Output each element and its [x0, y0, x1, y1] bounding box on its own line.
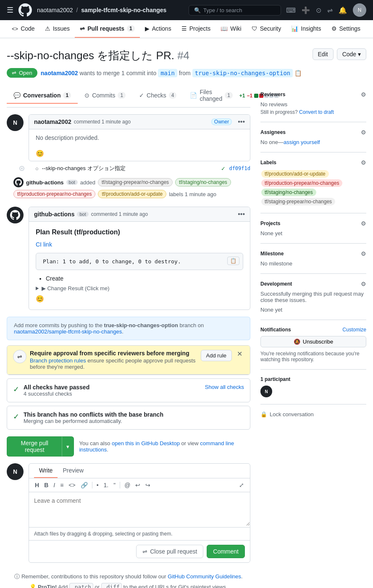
- close-approval-button[interactable]: ✕: [235, 350, 244, 358]
- bot-actions[interactable]: •••: [238, 210, 245, 218]
- add-rule-button[interactable]: Add rule: [201, 350, 232, 361]
- projects-empty: None yet: [260, 230, 366, 236]
- label-production-prepear: tf/production-prepear/no-changes: [13, 190, 95, 198]
- approval-box: ⇌ Require approval from specific reviewe…: [7, 345, 250, 375]
- tab-checks[interactable]: ✓ Checks 4: [132, 88, 183, 104]
- toolbar-mention[interactable]: @: [123, 481, 132, 489]
- nav-code[interactable]: <> Code: [7, 20, 40, 38]
- tab-conversation[interactable]: 💬 Conversation 1: [7, 88, 78, 104]
- issues-icon[interactable]: ⊙: [316, 6, 321, 14]
- head-branch-link[interactable]: true-skip-no-changes-option: [192, 69, 293, 77]
- milestone-gear-icon[interactable]: ⚙: [361, 250, 366, 257]
- plus-icon[interactable]: ➕: [302, 6, 310, 14]
- base-branch-link[interactable]: main: [158, 69, 177, 77]
- code-button[interactable]: Code ▾: [337, 48, 366, 60]
- guidelines-link[interactable]: GitHub Community Guidelines: [168, 573, 241, 580]
- assignees-empty: No one—assign yourself: [260, 139, 366, 145]
- commit-sha[interactable]: df09f1d: [229, 165, 250, 171]
- nav-security[interactable]: 🛡 Security: [247, 20, 286, 38]
- comment1-emoji[interactable]: 😊: [29, 146, 250, 161]
- label-event-actor[interactable]: github-actions: [26, 179, 64, 186]
- labels-gear-icon[interactable]: ⚙: [361, 159, 366, 166]
- create-list: Create: [36, 275, 243, 282]
- change-result-summary[interactable]: ▶ Change Result (Click me): [36, 285, 243, 291]
- toolbar-b[interactable]: B: [42, 481, 50, 489]
- write-tab-preview[interactable]: Preview: [58, 464, 89, 478]
- nav-actions[interactable]: ▶ Actions: [140, 20, 176, 38]
- show-all-checks-link[interactable]: Show all checks: [205, 384, 244, 390]
- participant-1-avatar[interactable]: N: [260, 386, 272, 397]
- milestone-header: Milestone ⚙: [260, 250, 366, 257]
- nav-code-label: Code: [21, 25, 34, 32]
- nav-issues[interactable]: ⚠ Issues: [40, 20, 75, 38]
- projects-gear-icon[interactable]: ⚙: [361, 220, 366, 227]
- milestone-title: Milestone: [260, 251, 284, 257]
- comment1-username[interactable]: naotama2002: [34, 118, 71, 125]
- repo-link[interactable]: naotama2002/sample-tfcmt-skip-no-changes: [14, 328, 122, 335]
- toolbar-code[interactable]: <>: [67, 481, 77, 489]
- toolbar-list[interactable]: ≡: [58, 481, 65, 489]
- user-avatar[interactable]: N: [353, 3, 366, 17]
- unsubscribe-button[interactable]: 🔕 Unsubscribe: [260, 336, 366, 347]
- toolbar-ul[interactable]: •: [95, 481, 100, 489]
- toolbar-cross-ref[interactable]: ↪: [144, 481, 152, 489]
- toolbar-quote[interactable]: ": [112, 481, 117, 489]
- toolbar-sep1: [92, 482, 92, 488]
- tab-commits[interactable]: ⊙ Commits 1: [78, 88, 132, 104]
- toolbar-link[interactable]: 🔗: [79, 481, 89, 489]
- pr-author-link[interactable]: naotama2002: [41, 70, 78, 76]
- comment-textarea[interactable]: [29, 492, 250, 526]
- merge-dropdown-button[interactable]: ▾: [62, 436, 74, 457]
- merge-button[interactable]: Merge pull request: [7, 436, 62, 457]
- nav-projects[interactable]: ☰ Projects: [176, 20, 216, 38]
- toolbar-ref[interactable]: ↩: [134, 481, 142, 489]
- bell-icon: 🔕: [294, 339, 300, 345]
- ci-link[interactable]: CI link: [36, 241, 52, 248]
- hamburger-icon[interactable]: ☰: [7, 5, 13, 15]
- copy-code-btn[interactable]: 📋: [227, 257, 239, 265]
- toolbar-i[interactable]: I: [52, 481, 57, 489]
- convert-to-draft-link[interactable]: Convert to draft: [299, 109, 334, 115]
- development-gear-icon[interactable]: ⚙: [361, 281, 366, 287]
- repo-name-link[interactable]: sample-tfcmt-skip-no-changes: [81, 7, 166, 13]
- notifications-icon[interactable]: 🔔: [339, 6, 347, 14]
- bot-username[interactable]: github-actions: [34, 211, 74, 218]
- close-pr-button[interactable]: ⇌ Close pull request: [136, 545, 203, 558]
- commit-item: ○ --skip-no-changes オプション指定 ✓ df09f1d: [35, 165, 250, 172]
- terminal-icon[interactable]: ⌨: [286, 6, 296, 14]
- edit-button[interactable]: Edit: [313, 48, 334, 60]
- toolbar-ol[interactable]: 1.: [102, 481, 110, 489]
- tab-files-changed[interactable]: 📄 Files changed 1: [183, 84, 239, 107]
- assignees-gear-icon[interactable]: ⚙: [361, 129, 366, 136]
- change-result-details[interactable]: ▶ Change Result (Click me): [36, 285, 243, 291]
- repo-owner-link[interactable]: naotama2002: [37, 7, 73, 13]
- diff-removed: −1: [247, 93, 253, 99]
- toolbar-fullscreen[interactable]: ⤢: [237, 481, 246, 489]
- comment1-actions[interactable]: •••: [238, 118, 245, 126]
- bot-title: Plan Result (tf/production): [36, 228, 243, 236]
- copy-icon[interactable]: 📋: [294, 70, 302, 76]
- write-tabs: Write Preview: [29, 464, 250, 478]
- lock-conversation-link[interactable]: 🔒 Lock conversation: [260, 411, 366, 417]
- reviewers-gear-icon[interactable]: ⚙: [361, 91, 366, 98]
- nav-settings[interactable]: ⚙ Settings: [326, 20, 366, 38]
- toolbar-h[interactable]: H: [33, 481, 41, 489]
- approval-desc: Branch protection rules ensure specific …: [30, 357, 197, 370]
- nav-settings-label: Settings: [339, 25, 361, 32]
- diff-sq-1: [254, 94, 258, 98]
- write-footer: Attach files by dragging & dropping, sel…: [29, 527, 250, 540]
- sidebar-label-4: tf/staging-prepear/no-changes: [261, 198, 335, 205]
- nav-pullrequests[interactable]: ⇌ Pull requests 1: [75, 20, 140, 38]
- write-tab-write[interactable]: Write: [34, 464, 58, 478]
- branch-protection-link[interactable]: Branch protection rules: [30, 357, 86, 364]
- nav-insights[interactable]: 📊 Insights: [286, 20, 326, 38]
- search-box[interactable]: 🔍 Type / to search: [189, 5, 281, 16]
- assign-yourself-link[interactable]: assign yourself: [284, 139, 320, 145]
- customize-link[interactable]: Customize: [342, 327, 366, 333]
- nav-wiki[interactable]: 📖 Wiki: [215, 20, 246, 38]
- nav-pr-label: Pull requests: [87, 25, 124, 32]
- open-desktop-link[interactable]: open this in GitHub Desktop: [112, 440, 180, 446]
- bot-emoji[interactable]: 😊: [36, 295, 243, 303]
- comment-button[interactable]: Comment: [207, 545, 245, 558]
- pr-icon[interactable]: ⇌: [327, 6, 333, 14]
